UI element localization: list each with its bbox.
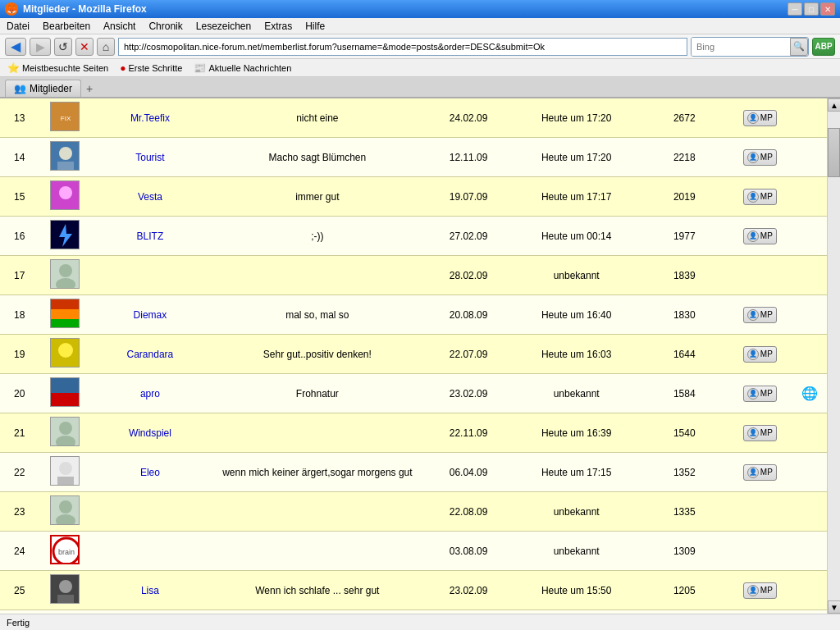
members-table-wrapper[interactable]: 13FIXMr.Teefixnicht eine24.02.09Heute um… [0, 98, 827, 614]
mp-button[interactable]: 👤 MP [743, 189, 777, 205]
add-tab-button[interactable]: + [81, 80, 98, 97]
minimize-button[interactable]: ─ [788, 2, 802, 16]
avatar-cell [39, 335, 90, 374]
avatar [50, 220, 80, 249]
rank-cell: 14 [0, 138, 39, 177]
red-icon: ● [120, 62, 126, 74]
status-cell [209, 256, 425, 295]
scroll-thumb[interactable] [828, 128, 840, 177]
avatar-cell: FIX [39, 98, 90, 138]
home-button[interactable]: ⌂ [97, 38, 115, 56]
lastvisit-cell: unbekannt [512, 532, 641, 571]
stop-button[interactable]: ✕ [75, 38, 94, 56]
name-cell[interactable]: Lisa [91, 571, 210, 610]
joined-cell: 22.11.09 [425, 413, 511, 453]
name-cell[interactable] [91, 256, 210, 295]
action-cell: 👤 MP [728, 374, 792, 413]
extra-cell [792, 177, 827, 217]
name-cell[interactable] [91, 532, 210, 571]
menubar: Datei Bearbeiten Ansicht Chronik Lesezei… [0, 18, 840, 34]
name-cell[interactable]: Carandara [91, 335, 210, 374]
menu-ansicht[interactable]: Ansicht [100, 20, 139, 33]
menu-lesezeichen[interactable]: Lesezeichen [193, 20, 254, 33]
action-cell: 👤 MP [728, 177, 792, 217]
avatar-cell [39, 295, 90, 335]
table-row: 13FIXMr.Teefixnicht eine24.02.09Heute um… [0, 98, 827, 138]
menu-bearbeiten[interactable]: Bearbeiten [39, 20, 94, 33]
bookmark-meistbesuchte[interactable]: ⭐ Meistbesuchte Seiten [5, 62, 111, 75]
titlebar: 🦊 Mitglieder - Mozilla Firefox ─ □ ✕ [0, 0, 840, 18]
scroll-down-button[interactable]: ▼ [828, 600, 840, 614]
table-row: 21Windspiel22.11.09Heute um 16:391540👤 M… [0, 413, 827, 453]
name-cell[interactable]: Windspiel [91, 413, 210, 453]
mp-button[interactable]: 👤 MP [743, 149, 777, 166]
scroll-up-button[interactable]: ▲ [828, 98, 840, 112]
bookmark-erste-schritte[interactable]: ● Erste Schritte [117, 62, 185, 75]
lastvisit-cell: Heute um 16:03 [512, 335, 641, 374]
rank-cell: 23 [0, 492, 39, 532]
status-cell [209, 610, 425, 614]
status-text: Fertig [7, 618, 30, 628]
action-cell: 👤 MP [728, 138, 792, 177]
name-cell[interactable]: apro [91, 374, 210, 413]
name-cell[interactable]: Tourist [91, 138, 210, 177]
extra-cell [792, 256, 827, 295]
mp-button[interactable]: 👤 MP [743, 307, 777, 323]
menu-extras[interactable]: Extras [261, 20, 295, 33]
joined-cell: 19.07.09 [425, 177, 511, 217]
svg-point-21 [59, 462, 72, 475]
search-input[interactable] [692, 38, 790, 56]
name-cell[interactable] [91, 492, 210, 532]
mp-button[interactable]: 👤 MP [743, 386, 777, 402]
menu-chronik[interactable]: Chronik [145, 20, 185, 33]
extra-cell [792, 532, 827, 571]
avatar [50, 141, 80, 171]
mp-button[interactable]: 👤 MP [743, 228, 777, 244]
scrollbar[interactable]: ▲ ▼ [827, 98, 840, 614]
mp-button[interactable]: 👤 MP [743, 425, 777, 441]
address-input[interactable] [118, 38, 687, 56]
adblock-button[interactable]: ABP [812, 38, 835, 56]
lastvisit-cell: Heute um 17:20 [512, 98, 641, 138]
status-cell [209, 413, 425, 453]
action-cell: 👤 MP [728, 98, 792, 138]
search-button[interactable]: 🔍 [790, 38, 808, 56]
back-button[interactable]: ◀ [5, 38, 26, 56]
avatar [50, 495, 80, 525]
status-cell [209, 532, 425, 571]
name-cell[interactable] [91, 610, 210, 614]
menu-hilfe[interactable]: Hilfe [302, 20, 328, 33]
extra-cell [792, 492, 827, 532]
posts-cell: 1839 [641, 256, 728, 295]
name-cell[interactable]: Eleo [91, 453, 210, 492]
bookmark-label: Meistbesuchte Seiten [22, 63, 108, 73]
mp-button[interactable]: 👤 MP [743, 346, 777, 363]
maximize-button[interactable]: □ [804, 2, 819, 16]
close-button[interactable]: ✕ [820, 2, 835, 16]
svg-text:FIX: FIX [61, 115, 71, 122]
name-cell[interactable]: Vesta [91, 177, 210, 217]
name-cell[interactable]: Mr.Teefix [91, 98, 210, 138]
forward-button[interactable]: ▶ [30, 38, 51, 56]
mp-button[interactable]: 👤 MP [743, 110, 777, 126]
tab-mitglieder[interactable]: 👥 Mitglieder [5, 80, 81, 97]
mp-button[interactable]: 👤 MP [743, 464, 777, 481]
web-icon[interactable]: 🌐 [801, 386, 818, 400]
extra-cell [792, 98, 827, 138]
svg-rect-13 [51, 319, 80, 328]
avatar: brain [50, 535, 80, 564]
mp-button[interactable]: 👤 MP [743, 582, 777, 599]
action-cell: 👤 MP [728, 453, 792, 492]
posts-cell: 1584 [641, 374, 728, 413]
reload-button[interactable]: ↺ [54, 38, 72, 56]
name-cell[interactable]: Diemax [91, 295, 210, 335]
extra-cell [792, 610, 827, 614]
star-icon: ⭐ [7, 62, 20, 74]
bookmark-nachrichten[interactable]: 📰 Aktuelle Nachrichten [191, 62, 294, 75]
menu-datei[interactable]: Datei [3, 20, 33, 33]
extra-cell [792, 217, 827, 256]
svg-rect-29 [57, 595, 74, 603]
name-cell[interactable]: BLITZ [91, 217, 210, 256]
table-row: 20aproFrohnatur23.02.09unbekannt1584👤 MP… [0, 374, 827, 413]
posts-cell: 1309 [641, 532, 728, 571]
